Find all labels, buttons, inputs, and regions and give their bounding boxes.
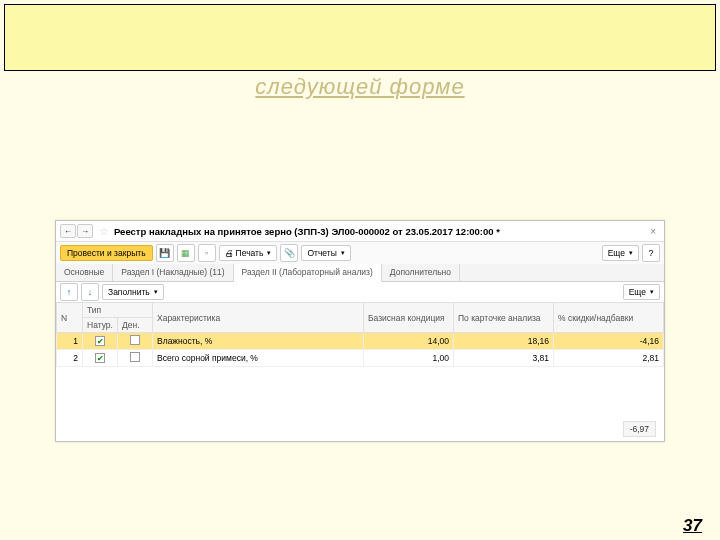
tab-additional[interactable]: Дополнительно [382, 264, 460, 281]
cell-char: Влажность, % [153, 333, 364, 350]
col-base[interactable]: Базисная кондиция [364, 303, 454, 333]
main-toolbar: Провести и закрыть 💾 ▦ ▫ 🖨 Печать 📎 Отче… [56, 242, 664, 264]
col-disc[interactable]: % скидки/надбавки [554, 303, 664, 333]
save-button[interactable]: 💾 [156, 244, 174, 262]
natur-checkbox[interactable]: ✔ [95, 336, 105, 346]
app-window: ← → ☆ Реестр накладных на принятое зерно… [55, 220, 665, 442]
table-total: -6,97 [623, 421, 656, 437]
fill-button[interactable]: Заполнить [102, 284, 164, 300]
den-checkbox[interactable] [130, 352, 140, 362]
cell-disc: 2,81 [554, 350, 664, 367]
col-natur[interactable]: Натур. [83, 318, 118, 333]
help-button[interactable]: ? [642, 244, 660, 262]
col-type[interactable]: Тип [83, 303, 153, 318]
move-down-button[interactable]: ↓ [81, 283, 99, 301]
table-row[interactable]: 2 ✔ Всего сорной примеси, % 1,00 3,81 2,… [57, 350, 664, 367]
col-char[interactable]: Характеристика [153, 303, 364, 333]
move-up-button[interactable]: ↑ [60, 283, 78, 301]
forward-button[interactable]: → [77, 224, 93, 238]
more-button[interactable]: Еще [602, 245, 639, 261]
cell-n: 1 [57, 333, 83, 350]
tab-main[interactable]: Основные [56, 264, 113, 281]
cell-base: 1,00 [364, 350, 454, 367]
col-n[interactable]: N [57, 303, 83, 333]
unpost-button[interactable]: ▫ [198, 244, 216, 262]
cell-base: 14,00 [364, 333, 454, 350]
cell-char: Всего сорной примеси, % [153, 350, 364, 367]
cell-card: 18,16 [454, 333, 554, 350]
tab-section2[interactable]: Раздел II (Лабораторный анализ) [234, 264, 382, 282]
decor-text: следующей форме [0, 74, 720, 100]
attachments-button[interactable]: 📎 [280, 244, 298, 262]
tabs: Основные Раздел I (Накладные) (11) Разде… [56, 264, 664, 282]
data-table: N Тип Характеристика Базисная кондиция П… [56, 302, 664, 367]
tab-section1[interactable]: Раздел I (Накладные) (11) [113, 264, 233, 281]
post-and-close-button[interactable]: Провести и закрыть [60, 245, 153, 261]
slide-header [4, 4, 716, 71]
print-button[interactable]: 🖨 Печать [219, 245, 278, 261]
cell-disc: -4,16 [554, 333, 664, 350]
reports-button[interactable]: Отчеты [301, 245, 350, 261]
back-button[interactable]: ← [60, 224, 76, 238]
post-button[interactable]: ▦ [177, 244, 195, 262]
favorite-icon[interactable]: ☆ [99, 225, 109, 238]
close-icon[interactable]: × [646, 226, 660, 237]
titlebar: ← → ☆ Реестр накладных на принятое зерно… [56, 221, 664, 242]
den-checkbox[interactable] [130, 335, 140, 345]
table-more-button[interactable]: Еще [623, 284, 660, 300]
page-number: 37 [683, 516, 702, 536]
table-row[interactable]: 1 ✔ Влажность, % 14,00 18,16 -4,16 [57, 333, 664, 350]
col-den[interactable]: Ден. [118, 318, 153, 333]
natur-checkbox[interactable]: ✔ [95, 353, 105, 363]
window-title: Реестр накладных на принятое зерно (ЗПП-… [114, 226, 646, 237]
cell-n: 2 [57, 350, 83, 367]
table-toolbar: ↑ ↓ Заполнить Еще [56, 282, 664, 302]
cell-card: 3,81 [454, 350, 554, 367]
col-card[interactable]: По карточке анализа [454, 303, 554, 333]
